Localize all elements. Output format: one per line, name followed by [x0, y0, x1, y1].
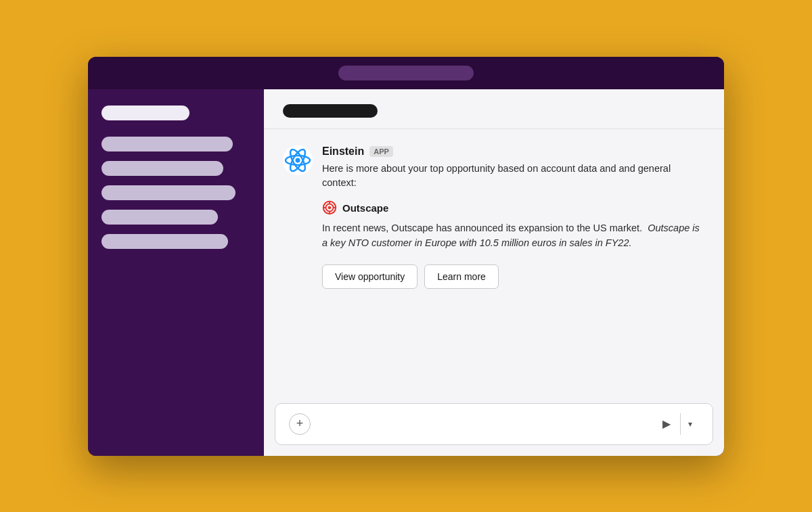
app-window: Einstein APP Here is more about your top…: [88, 57, 724, 456]
einstein-icon: [283, 145, 313, 175]
sidebar-item[interactable]: [102, 234, 228, 249]
intro-text: Here is more about your top opportunity …: [322, 162, 705, 191]
svg-point-4: [296, 158, 300, 162]
breadcrumb: [283, 104, 378, 118]
sidebar-item[interactable]: [102, 161, 223, 176]
opportunity-desc-plain: In recent news, Outscape has announced i…: [322, 223, 648, 233]
plus-icon: +: [296, 417, 304, 431]
content-header: [264, 89, 724, 129]
sidebar-item[interactable]: [102, 185, 235, 200]
action-buttons: View opportunity Learn more: [322, 264, 705, 289]
sender-name: Einstein: [322, 145, 364, 158]
message-header: Einstein APP: [322, 145, 705, 158]
learn-more-button[interactable]: Learn more: [424, 264, 499, 289]
target-icon: [322, 200, 337, 215]
title-bar: [88, 57, 724, 89]
svg-point-7: [328, 206, 332, 210]
opportunity-header: Outscape: [322, 200, 705, 215]
send-area: ▶ ▾: [656, 413, 699, 435]
input-bar: + ▶ ▾: [275, 403, 713, 445]
sidebar: [88, 89, 264, 456]
title-bar-pill: [338, 66, 474, 80]
view-opportunity-button[interactable]: View opportunity: [322, 264, 418, 289]
chat-area: Einstein APP Here is more about your top…: [264, 129, 724, 403]
send-icon: ▶: [662, 417, 671, 430]
chevron-down-icon: ▾: [688, 419, 692, 429]
opportunity-name: Outscape: [342, 202, 388, 214]
send-button[interactable]: ▶: [656, 413, 677, 435]
message-content: Einstein APP Here is more about your top…: [322, 145, 705, 289]
sidebar-item[interactable]: [102, 210, 218, 225]
add-attachment-button[interactable]: +: [289, 413, 311, 435]
app-badge: APP: [369, 146, 393, 157]
opportunity-desc: In recent news, Outscape has announced i…: [322, 220, 705, 251]
chat-input[interactable]: [319, 419, 648, 429]
main-area: Einstein APP Here is more about your top…: [88, 89, 724, 456]
content-panel: Einstein APP Here is more about your top…: [264, 89, 724, 456]
sidebar-item[interactable]: [102, 137, 233, 152]
message-block: Einstein APP Here is more about your top…: [283, 145, 705, 289]
send-options-button[interactable]: ▾: [680, 413, 699, 435]
sidebar-item-top[interactable]: [102, 106, 189, 120]
